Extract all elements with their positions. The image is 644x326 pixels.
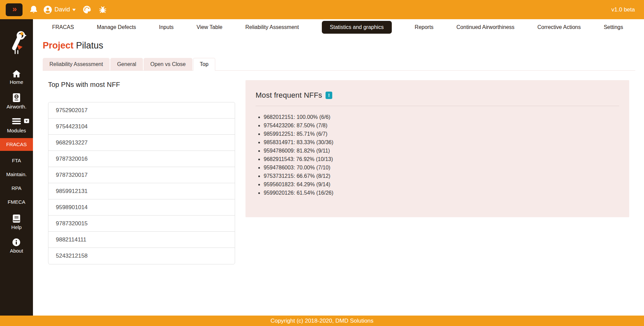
pn-list-item[interactable]: 9752902017: [48, 102, 235, 119]
info-circle-icon: [12, 238, 21, 247]
sidebar-item-airworthiness[interactable]: Airworth.: [6, 93, 26, 109]
home-icon: [12, 70, 21, 78]
copyright-text: Copyright (c) 2018-2020, DMD Solutions: [270, 318, 373, 324]
nff-list-item: 9754423206: 87.50% (7/8): [264, 123, 619, 129]
nff-list-item: 9753731215: 66.67% (8/12): [264, 173, 619, 179]
nff-heading: Most frequent NFFs: [256, 91, 322, 100]
nav-item[interactable]: Corrective Actions: [537, 24, 581, 30]
sidebar-item-label: Modules: [7, 128, 26, 133]
most-frequent-nffs-panel: Most frequent NFFs ! 9682012151: 100.00%…: [245, 80, 629, 217]
hamburger-menu-icon: [12, 118, 21, 125]
sidebar-item-help[interactable]: Help: [11, 214, 22, 230]
sidebar-item-label: About: [10, 248, 23, 254]
nav-item[interactable]: Settings: [604, 24, 623, 30]
nff-list-item: 9858314971: 83.33% (30/36): [264, 139, 619, 145]
project-tabs: Reliability Assessment General Open vs C…: [43, 58, 635, 71]
user-name: David: [54, 6, 70, 13]
nff-list-item: 9682911543: 76.92% (10/13): [264, 156, 619, 162]
nav-item[interactable]: Reports: [415, 24, 433, 30]
pn-list-item[interactable]: 9882114111: [48, 232, 235, 248]
nav-item[interactable]: Reliability Assessment: [245, 24, 299, 30]
pn-list-item[interactable]: 9754423104: [48, 119, 235, 135]
app-logo: [6, 29, 27, 56]
pn-list-item[interactable]: 9598901014: [48, 199, 235, 216]
dropdown-box-icon[interactable]: [24, 119, 29, 123]
app-version: v1.0 beta: [611, 6, 635, 13]
top-pn-list: 9752902017 9754423104 9682913227 9787320…: [48, 102, 235, 264]
nav-item[interactable]: Inputs: [159, 24, 174, 30]
nff-list-item: 9599020126: 61.54% (16/26): [264, 190, 619, 196]
chevron-down-icon: [72, 9, 76, 13]
pn-list-item[interactable]: 9859912131: [48, 183, 235, 199]
nav-item[interactable]: Continued Airworthiness: [456, 24, 515, 30]
sidebar-toggle-button[interactable]: »: [6, 3, 23, 16]
sidebar-module-item[interactable]: RPA: [0, 184, 33, 192]
sidebar-item-about[interactable]: About: [10, 238, 23, 254]
pn-list-item[interactable]: 5243212158: [48, 248, 235, 264]
notifications-button[interactable]: [29, 5, 38, 14]
tab[interactable]: Open vs Close: [144, 58, 192, 70]
sidebar-item-label: Home: [10, 79, 23, 85]
double-chevron-icon: »: [12, 4, 16, 14]
tab-content: Top PNs with most NFF 9752902017 9754423…: [33, 71, 644, 264]
main-area: FRACAS Manage Defects Inputs View Table …: [33, 0, 644, 264]
panel-divider: [256, 106, 619, 106]
nav-item[interactable]: FRACAS: [52, 24, 74, 30]
bug-icon: [98, 5, 107, 14]
sidebar-item-label: Airworth.: [6, 104, 26, 109]
top-pns-heading: Top PNs with most NFF: [48, 81, 235, 89]
nff-list-item: 9594786003: 70.00% (7/10): [264, 165, 619, 171]
nff-list-item: 9594786009: 81.82% (9/11): [264, 148, 619, 154]
nff-list-item: 9682012151: 100.00% (6/6): [264, 114, 619, 120]
pn-list-item[interactable]: 9787320015: [48, 216, 235, 232]
nff-list: 9682012151: 100.00% (6/6) 9754423206: 87…: [256, 114, 619, 196]
help-book-icon: [12, 214, 21, 223]
sidebar-module-item[interactable]: FMECA: [0, 198, 33, 206]
sidebar-module-item[interactable]: FRACAS: [0, 138, 33, 151]
palette-icon: [82, 5, 91, 14]
tab[interactable]: Top: [193, 58, 215, 71]
main-nav: FRACAS Manage Defects Inputs View Table …: [33, 19, 644, 35]
theme-button[interactable]: [82, 5, 91, 14]
tab[interactable]: Reliability Assessment: [43, 58, 110, 70]
top-pns-section: Top PNs with most NFF 9752902017 9754423…: [48, 80, 235, 264]
tab[interactable]: General: [110, 58, 143, 70]
nav-item[interactable]: Statistics and graphics: [322, 21, 392, 34]
page-title-accent: Project: [43, 40, 74, 51]
sidebar: Home Airworth. Modules: [0, 19, 33, 316]
pn-list-item[interactable]: 9787320017: [48, 167, 235, 183]
sidebar-module-item[interactable]: FTA: [0, 157, 33, 165]
nff-list-item: 9859912251: 85.71% (6/7): [264, 131, 619, 137]
passport-globe-icon: [12, 93, 21, 102]
pn-list-item[interactable]: 9787320016: [48, 151, 235, 167]
sidebar-item-modules[interactable]: Modules: [7, 118, 26, 133]
topbar: » David: [0, 0, 644, 19]
bell-icon: [29, 5, 38, 14]
info-badge-icon[interactable]: !: [326, 92, 332, 99]
nav-item[interactable]: Manage Defects: [97, 24, 136, 30]
sidebar-item-home[interactable]: Home: [10, 70, 23, 85]
user-circle-icon: [43, 5, 52, 14]
page-title: Project Pilatus: [43, 40, 644, 51]
page-title-project-name: Pilatus: [76, 40, 103, 51]
sidebar-item-label: Help: [11, 224, 22, 230]
sidebar-modules-list: FRACAS FTA Maintain. RPA FMECA: [0, 133, 33, 206]
footer: Copyright (c) 2018-2020, DMD Solutions: [0, 316, 644, 326]
user-menu[interactable]: David: [43, 5, 76, 14]
sidebar-module-item[interactable]: Maintain.: [0, 170, 33, 178]
pn-list-item[interactable]: 9682913227: [48, 135, 235, 151]
debug-button[interactable]: [98, 5, 107, 14]
nff-list-item: 9595601823: 64.29% (9/14): [264, 182, 619, 188]
nav-item[interactable]: View Table: [197, 24, 223, 30]
